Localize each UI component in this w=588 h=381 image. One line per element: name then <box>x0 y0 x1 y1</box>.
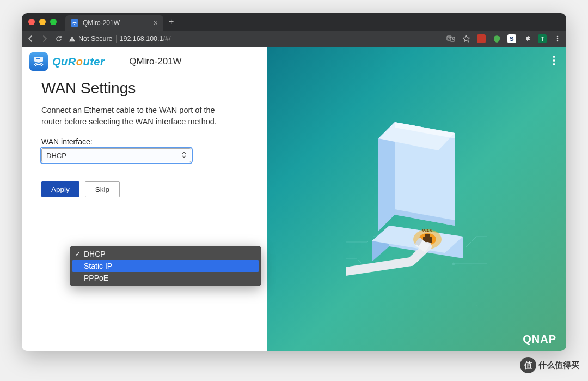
app-content: QuRouter QMiro-201W WAN Settings Connect… <box>22 47 566 351</box>
svg-point-8 <box>557 38 559 40</box>
apply-button[interactable]: Apply <box>41 181 79 197</box>
option-static-ip[interactable]: Static IP <box>72 260 259 272</box>
divider <box>121 55 121 69</box>
address-bar: Not Secure 192.168.100.1/#/ 文A S T <box>22 31 566 47</box>
tab-strip: QMiro-201W × + <box>22 13 566 31</box>
browser-tab[interactable]: QMiro-201W × <box>65 15 163 31</box>
settings-panel: WAN Settings Connect an Ethernet cable t… <box>22 47 267 351</box>
back-button[interactable] <box>26 34 35 43</box>
watermark-icon: 值 <box>520 357 536 373</box>
extension-1-icon[interactable] <box>477 34 486 43</box>
svg-point-15 <box>553 63 555 65</box>
svg-rect-22 <box>425 234 430 237</box>
svg-rect-2 <box>72 40 72 40</box>
svg-rect-11 <box>36 58 38 59</box>
browser-menu-icon[interactable] <box>553 34 562 43</box>
svg-point-7 <box>557 36 559 38</box>
svg-text:文: 文 <box>448 36 451 40</box>
wan-interface-select[interactable]: DHCP <box>41 148 191 162</box>
svg-point-14 <box>553 59 555 62</box>
page-description: Connect an Ethernet cable to the WAN por… <box>41 105 221 128</box>
extension-shield-icon[interactable] <box>492 34 501 43</box>
svg-point-18 <box>452 263 455 265</box>
option-dhcp[interactable]: DHCP <box>72 248 259 260</box>
select-value: DHCP <box>46 152 66 160</box>
device-name: QMiro-201W <box>129 56 181 67</box>
close-tab-button[interactable]: × <box>154 19 158 27</box>
divider <box>116 35 117 43</box>
svg-text:A: A <box>452 38 454 41</box>
translate-icon[interactable]: 文A <box>446 34 455 43</box>
app-logo-icon <box>29 52 48 71</box>
browser-window: QMiro-201W × + Not Secure 192.168.100.1/… <box>22 13 566 351</box>
url-input[interactable]: Not Secure 192.168.100.1/#/ <box>69 33 436 45</box>
svg-rect-1 <box>72 38 72 39</box>
warning-icon <box>69 35 76 43</box>
page-title: WAN Settings <box>41 80 247 97</box>
extensions-puzzle-icon[interactable] <box>523 34 531 43</box>
svg-point-0 <box>74 24 75 25</box>
svg-rect-12 <box>38 58 40 59</box>
url-host: 192.168.100.1 <box>120 35 163 43</box>
url-path: /#/ <box>163 35 170 43</box>
svg-point-13 <box>553 56 555 58</box>
router-illustration: WAN <box>346 100 487 286</box>
wan-interface-dropdown: DHCP Static IP PPPoE <box>70 246 261 286</box>
app-header: QuRouter QMiro-201W <box>22 47 566 76</box>
wan-port-label: WAN <box>422 228 433 233</box>
profile-badge-icon[interactable]: T <box>538 34 547 43</box>
window-controls <box>28 19 57 25</box>
forward-button[interactable] <box>40 34 49 43</box>
maximize-window-button[interactable] <box>50 19 57 25</box>
security-text: Not Secure <box>78 35 113 43</box>
qnap-logo: QNAP <box>523 333 556 346</box>
reload-button[interactable] <box>54 34 63 43</box>
chevron-updown-icon <box>182 152 186 159</box>
watermark-text: 什么值得买 <box>538 360 579 371</box>
option-pppoe[interactable]: PPPoE <box>72 272 259 284</box>
skip-button[interactable]: Skip <box>85 181 120 197</box>
extension-s-icon[interactable]: S <box>507 34 516 43</box>
menu-button[interactable] <box>549 52 559 71</box>
minimize-window-button[interactable] <box>39 19 46 25</box>
new-tab-button[interactable]: + <box>163 17 179 27</box>
svg-point-9 <box>557 40 559 42</box>
tab-favicon-icon <box>71 19 78 27</box>
illustration-panel: WAN QNAP <box>267 47 566 351</box>
brand-text: QuRouter <box>52 56 105 68</box>
extension-tray: 文A S T <box>446 34 562 43</box>
security-indicator[interactable]: Not Secure <box>69 35 113 43</box>
button-row: Apply Skip <box>41 181 247 197</box>
close-window-button[interactable] <box>28 19 35 25</box>
tab-title: QMiro-201W <box>83 19 120 27</box>
wan-interface-label: WAN interface: <box>41 137 247 146</box>
bookmark-star-icon[interactable] <box>462 34 470 43</box>
watermark: 值 什么值得买 <box>520 357 579 373</box>
